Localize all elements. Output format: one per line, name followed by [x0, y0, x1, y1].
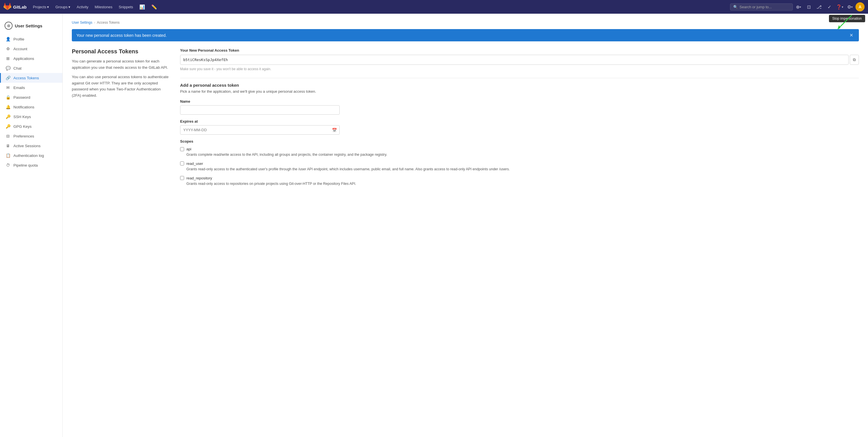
- merge-requests-icon: ⎇: [816, 4, 822, 10]
- search-placeholder: Search or jump to...: [740, 5, 772, 9]
- scopes-label: Scopes: [180, 139, 859, 144]
- layout: ◎ User Settings 👤 Profile ⚙ Account ⊞ Ap…: [0, 14, 868, 437]
- alert-close-button[interactable]: ✕: [848, 32, 854, 38]
- scope-read-repository-checkbox[interactable]: [180, 176, 184, 180]
- sidebar-item-account[interactable]: ⚙ Account: [0, 44, 62, 54]
- sidebar-label-preferences: Preferences: [13, 134, 34, 138]
- sidebar-label-account: Account: [13, 47, 27, 51]
- password-icon: 🔒: [5, 95, 10, 99]
- sidebar-label-access-tokens: Access Tokens: [13, 76, 39, 80]
- scope-read-user-row: read_user: [180, 162, 859, 166]
- notifications-icon: 🔔: [5, 105, 10, 109]
- gitlab-logo[interactable]: GitLab: [3, 3, 27, 11]
- todos-icon: ✓: [828, 4, 831, 10]
- gpg-keys-icon: 🔑: [5, 124, 10, 129]
- sidebar-item-emails[interactable]: ✉ Emails: [0, 83, 62, 92]
- plus-icon: ⊕: [796, 4, 800, 10]
- navbar-nav: Projects ▾ Groups ▾ Activity Milestones …: [30, 3, 729, 11]
- token-warning: Make sure you save it - you won't be abl…: [180, 67, 859, 71]
- sidebar-label-applications: Applications: [13, 56, 34, 61]
- auth-log-icon: 📋: [5, 153, 10, 158]
- new-token-label: Your New Personal Access Token: [180, 48, 859, 53]
- chevron-down-icon: ▾: [68, 5, 70, 9]
- active-sessions-icon: 🖥: [5, 144, 10, 148]
- sidebar-label-auth-log: Authentication log: [13, 153, 44, 158]
- account-icon: ⚙: [5, 47, 10, 51]
- sidebar-title-icon: ◎: [5, 22, 12, 30]
- stop-impersonation-tooltip: Stop impersonation: [829, 15, 865, 22]
- scope-api-row: api: [180, 147, 859, 151]
- left-section-para2: You can also use personal access tokens …: [72, 74, 169, 98]
- left-section-para1: You can generate a personal access token…: [72, 58, 169, 70]
- copy-token-button[interactable]: ⧉: [850, 55, 859, 65]
- nav-activity[interactable]: Activity: [74, 3, 91, 11]
- sidebar-item-auth-log[interactable]: 📋 Authentication log: [0, 151, 62, 160]
- nav-projects[interactable]: Projects ▾: [30, 3, 52, 11]
- sidebar-label-chat: Chat: [13, 66, 22, 70]
- name-form-group: Name: [180, 99, 859, 115]
- ssh-keys-icon: 🔑: [5, 114, 10, 119]
- nav-milestones[interactable]: Milestones: [92, 3, 115, 11]
- sidebar-item-ssh-keys[interactable]: 🔑 SSH Keys: [0, 112, 62, 121]
- token-input-row: ⧉: [180, 55, 859, 65]
- sidebar-item-active-sessions[interactable]: 🖥 Active Sessions: [0, 141, 62, 151]
- access-tokens-icon: 🔗: [5, 76, 10, 80]
- scope-api-name: api: [186, 147, 191, 151]
- user-avatar[interactable]: A: [856, 2, 865, 11]
- sidebar-item-preferences[interactable]: ⊟ Preferences: [0, 131, 62, 141]
- sidebar-item-applications[interactable]: ⊞ Applications: [0, 54, 62, 63]
- expires-input[interactable]: [180, 125, 340, 135]
- scope-read-user-name: read_user: [186, 162, 203, 166]
- applications-icon: ⊞: [5, 56, 10, 61]
- left-section: Personal Access Tokens You can generate …: [72, 48, 169, 191]
- nav-chart-icon-btn[interactable]: 📊: [136, 3, 148, 11]
- scope-read-user-description: Grants read-only access to the authentic…: [186, 167, 859, 172]
- todos-icon-btn[interactable]: ✓: [825, 2, 834, 11]
- right-panel: Your New Personal Access Token ⧉ Make su…: [180, 48, 859, 191]
- scope-read-user: read_user Grants read-only access to the…: [180, 162, 859, 172]
- breadcrumb: User Settings › Access Tokens: [72, 21, 859, 25]
- add-token-desc: Pick a name for the application, and we'…: [180, 89, 859, 93]
- breadcrumb-current: Access Tokens: [97, 21, 120, 25]
- issues-icon-btn[interactable]: ⊡: [804, 2, 813, 11]
- merge-requests-icon-btn[interactable]: ⎇: [814, 2, 824, 11]
- chevron-down-icon: ▾: [842, 5, 843, 8]
- sidebar-label-password: Password: [13, 95, 30, 99]
- breadcrumb-parent[interactable]: User Settings: [72, 21, 92, 25]
- emails-icon: ✉: [5, 85, 10, 90]
- scope-read-repository-description: Grants read-only access to repositories …: [186, 181, 859, 186]
- name-label: Name: [180, 99, 859, 104]
- alert-message: Your new personal access token has been …: [76, 33, 167, 38]
- gitlab-text: GitLab: [13, 5, 27, 9]
- scope-read-user-checkbox[interactable]: [180, 162, 184, 166]
- sidebar-item-pipeline-quota[interactable]: ⏱ Pipeline quota: [0, 160, 62, 170]
- search-bar[interactable]: 🔍 Search or jump to...: [730, 3, 793, 10]
- scope-api-checkbox[interactable]: [180, 147, 184, 151]
- user-settings-icon-btn[interactable]: ⚙ ▾: [845, 2, 854, 11]
- sidebar-item-notifications[interactable]: 🔔 Notifications: [0, 102, 62, 112]
- main-content: User Settings › Access Tokens Your new p…: [63, 14, 868, 437]
- sidebar: ◎ User Settings 👤 Profile ⚙ Account ⊞ Ap…: [0, 14, 63, 437]
- sidebar-item-gpg-keys[interactable]: 🔑 GPG Keys: [0, 121, 62, 131]
- sidebar-item-access-tokens[interactable]: 🔗 Access Tokens: [0, 73, 62, 83]
- sidebar-label-active-sessions: Active Sessions: [13, 144, 40, 148]
- chevron-down-icon: ▾: [800, 5, 801, 8]
- help-icon-btn[interactable]: ❓ ▾: [835, 2, 844, 11]
- divider: [180, 78, 859, 78]
- sidebar-item-password[interactable]: 🔒 Password: [0, 92, 62, 102]
- date-input-wrapper: 📅: [180, 125, 340, 135]
- plus-icon-btn[interactable]: ⊕ ▾: [794, 2, 803, 11]
- add-token-title: Add a personal access token: [180, 83, 859, 88]
- nav-groups[interactable]: Groups ▾: [53, 3, 73, 11]
- scope-api-description: Grants complete read/write access to the…: [186, 152, 859, 157]
- success-alert-banner: Your new personal access token has been …: [72, 29, 859, 41]
- sidebar-item-profile[interactable]: 👤 Profile: [0, 34, 62, 44]
- gear-icon: ⚙: [847, 4, 851, 10]
- nav-pen-icon-btn[interactable]: ✏️: [149, 3, 160, 11]
- help-icon: ❓: [836, 4, 842, 10]
- new-token-input[interactable]: [180, 55, 848, 65]
- nav-snippets[interactable]: Snippets: [116, 3, 136, 11]
- name-input[interactable]: [180, 105, 340, 115]
- navbar: GitLab Projects ▾ Groups ▾ Activity Mile…: [0, 0, 868, 14]
- sidebar-item-chat[interactable]: 💬 Chat: [0, 63, 62, 73]
